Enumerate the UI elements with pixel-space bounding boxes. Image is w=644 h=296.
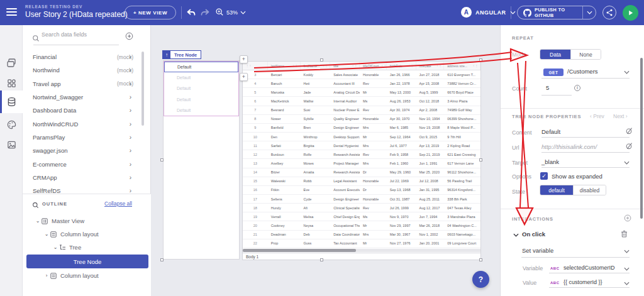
sort-icon[interactable]: ↑ [352, 64, 353, 67]
data-source-item[interactable]: Nortwind_Swagger› [23, 90, 151, 104]
grid-row[interactable]: 16FitkinEveAccount ExecutiveDrSep 13, 19… [243, 186, 480, 195]
grid-row[interactable]: 5MaruskaJadeAnalog Circuit De...MrMay 13… [243, 88, 480, 97]
grid-row[interactable]: 18HundyAfiClinical SpecialistRevJul 26, … [243, 204, 480, 212]
data-source-item[interactable]: Financial(mock)› [23, 50, 151, 63]
right-panel-scrollbar[interactable] [640, 58, 643, 219]
selected-component-chip[interactable]: ↑ Tree Node [162, 50, 201, 59]
tree-node-preview[interactable]: Default [164, 94, 238, 105]
zoom-control[interactable]: 53% [215, 8, 246, 18]
kebab-icon[interactable]: ⋮ [439, 64, 442, 67]
outline-item-master-view[interactable]: ⌄Master View [23, 214, 151, 227]
endpoint-value[interactable]: /Customers [567, 68, 598, 75]
grid-header-cell[interactable]: firstName↑ ⋮ [301, 62, 331, 70]
sort-icon[interactable]: ↑ [323, 64, 324, 67]
data-icon[interactable] [0, 92, 23, 112]
data-list-scrollbar[interactable] [142, 52, 144, 126]
theme-icon[interactable] [0, 114, 23, 134]
add-data-source-icon[interactable] [125, 31, 133, 43]
selection-handle[interactable] [320, 258, 323, 261]
kebab-icon[interactable]: ⋮ ↑ [246, 64, 251, 67]
content-value[interactable]: Default [541, 128, 560, 135]
prev-button[interactable]: ‹ Prev [590, 113, 604, 119]
chevron-down-icon[interactable] [624, 161, 630, 165]
collapse-all-link[interactable]: Collapse all [104, 200, 132, 207]
selection-handle[interactable] [160, 258, 164, 261]
grid-header-cell[interactable]: titleOfCourt...↑ ⋮ [360, 62, 387, 70]
outline-item-column-layout[interactable]: ⌄Column layout [23, 227, 151, 241]
grid-header-cell[interactable]: address stre...↑ ⋮ [444, 62, 480, 70]
grid-row[interactable]: 6MacKettrickWalliwInternal AuditorMsAug … [243, 97, 480, 106]
grid-row[interactable]: 14BitzerAmaliaResearch Assista...DrMay 2… [243, 168, 480, 177]
grid-row[interactable]: 17SellensCydeDesign EngineerHonorableOct… [243, 195, 480, 204]
data-source-item[interactable]: CRMApp› [23, 171, 151, 184]
tree-node-preview[interactable]: Default [164, 72, 238, 83]
undo-icon[interactable] [186, 8, 196, 18]
variable-value[interactable]: selectedCustomerID [564, 265, 615, 271]
grid-header-cell[interactable]: title↑ ⋮ [330, 62, 360, 70]
help-button[interactable]: ? [472, 271, 489, 288]
grid-row[interactable]: 13AxelbeyMosesProject ManagerMrsFeb 1, 1… [243, 159, 480, 168]
grid-row[interactable]: 21DeadmanDebData CoordinatorMrsMar 30, 1… [243, 231, 480, 239]
data-grid[interactable]: ⋮ ↑lastName↑ ⋮firstName↑ ⋮title↑ ⋮titleO… [242, 61, 481, 260]
data-source-item[interactable]: NorthWindCRUD› [23, 117, 151, 130]
chevron-down-icon[interactable] [624, 267, 630, 271]
selection-handle[interactable] [479, 258, 482, 261]
outline-item-column-layout[interactable]: ›Column layout [23, 269, 151, 282]
add-interaction-icon[interactable] [624, 214, 631, 222]
chevron-down-icon[interactable] [513, 233, 519, 237]
show-as-expanded-checkbox[interactable]: ✓ [540, 172, 548, 180]
grid-header-cell[interactable]: lastName↑ ⋮ [268, 62, 301, 70]
count-value[interactable]: 5 [546, 84, 549, 91]
sort-icon[interactable]: ↑ [381, 64, 382, 67]
data-bind-icon[interactable] [626, 128, 633, 134]
grid-row[interactable]: 20CookneyNeysaOccupational The...MrNov 2… [243, 221, 480, 230]
grid-horizontal-scrollbar[interactable] [243, 249, 480, 252]
url-placeholder[interactable]: http://thisisalink.com/ [541, 143, 597, 150]
images-icon[interactable] [0, 134, 23, 155]
selection-handle[interactable] [320, 58, 323, 62]
selection-handle[interactable] [160, 158, 164, 162]
info-icon[interactable]: i [574, 85, 580, 91]
selection-handle[interactable] [479, 158, 482, 162]
value-value[interactable]: {{ customerId }} [564, 279, 602, 285]
expander-icon[interactable]: ⌄ [52, 244, 59, 250]
sort-icon[interactable]: ↑ [409, 64, 410, 67]
kebab-icon[interactable]: ⋮ [295, 64, 298, 67]
views-icon[interactable] [0, 53, 23, 73]
chevron-down-icon[interactable] [624, 70, 630, 74]
grid-row[interactable]: 3BercariKoddySales AssociateHonorableJan… [243, 70, 480, 79]
sort-icon[interactable]: ↑ [473, 64, 474, 67]
grid-row[interactable]: 8NowerSybilleQuality EngineerHonorableAp… [243, 115, 480, 124]
state-disabled-button[interactable]: disabled [573, 185, 606, 195]
mode-none-button[interactable]: None [570, 50, 601, 59]
kebab-icon[interactable]: ⋮ [325, 64, 328, 67]
grid-row[interactable]: 7BesnardSusiNuclear Power E...RevApr 30,… [243, 106, 480, 115]
tree-node-preview[interactable]: Default [164, 83, 238, 94]
run-preview-button[interactable] [623, 5, 638, 21]
redo-icon[interactable] [200, 8, 210, 18]
sort-icon[interactable]: ↑ [293, 64, 294, 67]
data-source-item[interactable]: swagger.json› [23, 144, 151, 157]
tree-component[interactable]: DefaultDefaultDefaultDefaultDefault [163, 60, 240, 260]
expander-icon[interactable]: ⌄ [34, 218, 42, 224]
search-data-fields-input[interactable] [42, 31, 116, 38]
data-source-item[interactable]: E-commerce› [23, 157, 151, 170]
tree-node-preview[interactable]: Default [164, 62, 238, 72]
action-select[interactable]: Set variable [522, 247, 553, 254]
data-source-item[interactable]: SelfRefDS› [23, 184, 151, 193]
data-source-item[interactable]: Dashboard Data› [23, 104, 151, 117]
kebab-icon[interactable]: ⋮ [355, 64, 358, 67]
selection-handle[interactable] [479, 58, 482, 62]
grid-row[interactable]: 12BurdounRolfeResearch Assista...RevFeb … [243, 150, 480, 159]
framework-selector[interactable]: A ANGULAR [461, 7, 516, 18]
chevron-down-icon[interactable] [624, 249, 630, 253]
publish-dropdown-toggle[interactable] [582, 6, 596, 19]
parent-select-icon[interactable]: ↑ [163, 51, 170, 58]
grid-row[interactable]: 15WalewskiRobbLegal AssistantHonorableJu… [243, 177, 480, 186]
kebab-icon[interactable]: ⋮ [411, 64, 414, 67]
add-sibling-button[interactable]: + [240, 55, 248, 63]
expander-icon[interactable]: ⌄ [43, 231, 50, 237]
tree-node-preview[interactable]: Default [164, 105, 238, 116]
next-button[interactable]: Next › [613, 113, 628, 119]
grid-row[interactable]: 4BaruchHetiAccountant IIIRevJan 22, 1978… [243, 79, 480, 88]
